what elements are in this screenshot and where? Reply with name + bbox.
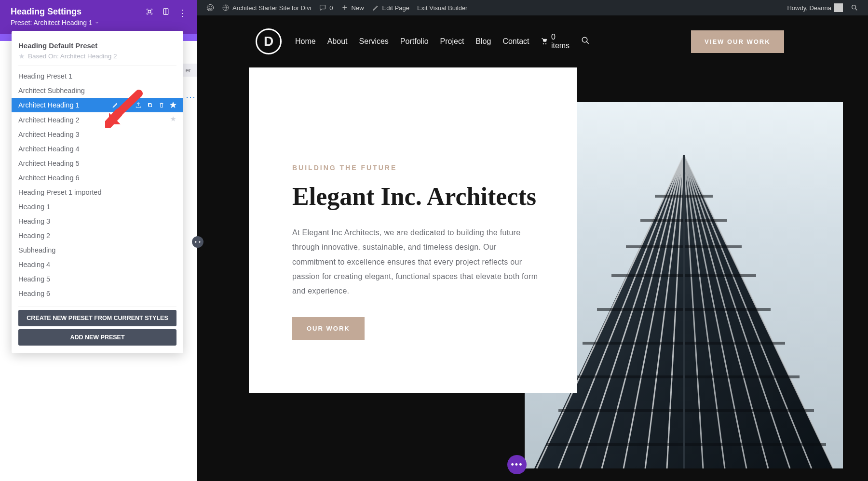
preset-item[interactable]: Subheading: [12, 243, 183, 257]
howdy-menu[interactable]: Howdy, Deanna: [783, 3, 847, 12]
preset-item[interactable]: Heading Preset 1 imported: [12, 185, 183, 200]
header-cta-button[interactable]: VIEW OUR WORK: [691, 30, 784, 53]
preset-item[interactable]: Architect Heading 2: [12, 112, 183, 127]
preset-item-label: Heading 4: [18, 261, 50, 268]
preset-item[interactable]: Architect Heading 4: [12, 142, 183, 156]
module-more-icon[interactable]: ⋮: [186, 93, 196, 101]
gear-icon[interactable]: [123, 102, 130, 108]
svg-line-31: [855, 9, 857, 10]
based-on-label: Based On: Architect Heading 2: [18, 53, 176, 66]
new-content-menu[interactable]: New: [337, 4, 368, 12]
export-icon[interactable]: [135, 102, 142, 108]
preset-item[interactable]: Heading 6: [12, 286, 183, 301]
preset-item[interactable]: Architect Heading 5: [12, 156, 183, 171]
edit-page-label: Edit Page: [382, 4, 409, 12]
trash-icon[interactable]: [158, 102, 165, 108]
wp-logo-menu[interactable]: [203, 4, 218, 12]
resize-icon: [194, 239, 201, 245]
create-preset-button[interactable]: CREATE NEW PRESET FROM CURRENT STYLES: [18, 310, 176, 326]
preset-item-label: Architect Heading 4: [18, 145, 80, 153]
preset-item-label: Heading 3: [18, 217, 50, 225]
nav-project[interactable]: Project: [440, 37, 464, 46]
wp-admin-bar: Architect Starter Site for Divi 0 New Ed…: [197, 0, 868, 15]
preset-item-label: Subheading: [18, 246, 55, 254]
preset-dropdown: Heading Default Preset Based On: Archite…: [12, 31, 183, 353]
site-header: D Home About Services Portfolio Project …: [197, 15, 868, 67]
nav-about[interactable]: About: [327, 37, 348, 46]
comment-icon: [319, 4, 326, 12]
home-icon: [222, 4, 230, 12]
duplicate-icon[interactable]: [147, 102, 153, 108]
cart-link[interactable]: 0 items: [541, 33, 570, 50]
preset-item-label: Architect Heading 2: [18, 116, 80, 124]
builder-fab-button[interactable]: •••: [507, 455, 527, 474]
svg-line-1: [586, 41, 589, 44]
search-icon: [581, 36, 590, 45]
plus-icon: [341, 4, 349, 12]
site-logo[interactable]: D: [256, 28, 282, 54]
preset-item[interactable]: Heading 2: [12, 228, 183, 243]
wordpress-icon: [206, 4, 214, 12]
preset-item-label: Architect Heading 6: [18, 174, 80, 182]
admin-search-button[interactable]: [847, 4, 862, 12]
add-preset-button[interactable]: ADD NEW PRESET: [18, 329, 176, 346]
preset-item[interactable]: Heading 3: [12, 214, 183, 228]
preset-item-label: Architect Heading 1: [18, 101, 80, 109]
preset-item[interactable]: Architect Heading 1: [12, 98, 183, 112]
preset-item[interactable]: Architect Heading 3: [12, 127, 183, 142]
svg-point-30: [852, 5, 856, 9]
preset-item[interactable]: Heading 4: [12, 257, 183, 272]
exit-vb-link[interactable]: Exit Visual Builder: [413, 4, 472, 12]
comments-count: 0: [329, 4, 333, 12]
preset-item-label: Heading 6: [18, 290, 50, 297]
cart-icon: [541, 38, 547, 44]
star-icon[interactable]: [170, 102, 176, 108]
hero-section: BUILDING THE FUTURE Elegant Inc. Archite…: [197, 67, 868, 393]
preset-item[interactable]: Architect Subheading: [12, 83, 183, 98]
edit-icon[interactable]: [112, 102, 119, 108]
nav-home[interactable]: Home: [295, 37, 316, 46]
default-star-icon[interactable]: [170, 116, 176, 124]
chevron-down-icon: [95, 20, 99, 25]
nav-search-button[interactable]: [581, 36, 590, 47]
panel-header: Heading Settings ⋮ Preset: Architect Hea…: [0, 0, 197, 34]
preset-item-label: Architect Heading 3: [18, 131, 80, 138]
default-preset-item[interactable]: Heading Default Preset: [18, 39, 176, 53]
panel-resize-handle[interactable]: [192, 236, 203, 248]
preset-item[interactable]: Heading Preset 1: [12, 69, 183, 83]
hero-cta-button[interactable]: OUR WORK: [292, 317, 365, 340]
svg-point-0: [582, 37, 587, 42]
new-label: New: [352, 4, 364, 12]
preset-item-label: Heading Preset 1 imported: [18, 188, 102, 196]
edit-page-link[interactable]: Edit Page: [368, 4, 413, 12]
nav-portfolio[interactable]: Portfolio: [400, 37, 429, 46]
nav-services[interactable]: Services: [359, 37, 389, 46]
preset-item[interactable]: Heading 1: [12, 200, 183, 214]
hero-text: At Elegant Inc Architects, we are dedica…: [292, 226, 542, 299]
pencil-icon: [372, 4, 380, 12]
cart-count: 0 items: [551, 33, 570, 50]
site-name-menu[interactable]: Architect Starter Site for Divi: [218, 4, 315, 12]
avatar: [834, 3, 843, 12]
preset-item-label: Heading Preset 1: [18, 72, 72, 80]
nav-blog[interactable]: Blog: [475, 37, 491, 46]
preset-item-label: Architect Subheading: [18, 87, 85, 94]
preset-item-label: Architect Heading 5: [18, 160, 80, 167]
svg-rect-32: [148, 10, 150, 13]
main-nav: Home About Services Portfolio Project Bl…: [295, 33, 590, 50]
howdy-label: Howdy, Deanna: [787, 4, 831, 12]
preset-item[interactable]: Heading 5: [12, 272, 183, 286]
preset-item-label: Heading 1: [18, 203, 50, 211]
preset-selector[interactable]: Preset: Architect Heading 1: [11, 17, 186, 31]
site-name-label: Architect Starter Site for Divi: [232, 4, 311, 12]
nav-contact[interactable]: Contact: [502, 37, 529, 46]
hero-subheading: BUILDING THE FUTURE: [292, 164, 542, 172]
preset-item-label: Heading 5: [18, 275, 50, 283]
preset-item[interactable]: Architect Heading 6: [12, 171, 183, 185]
comments-menu[interactable]: 0: [315, 4, 337, 12]
hero-card: BUILDING THE FUTURE Elegant Inc. Archite…: [249, 67, 577, 393]
star-icon: [18, 53, 25, 60]
preset-item-label: Heading 2: [18, 232, 50, 240]
search-icon: [851, 4, 858, 12]
hero-title: Elegant Inc. Architects: [292, 182, 542, 211]
